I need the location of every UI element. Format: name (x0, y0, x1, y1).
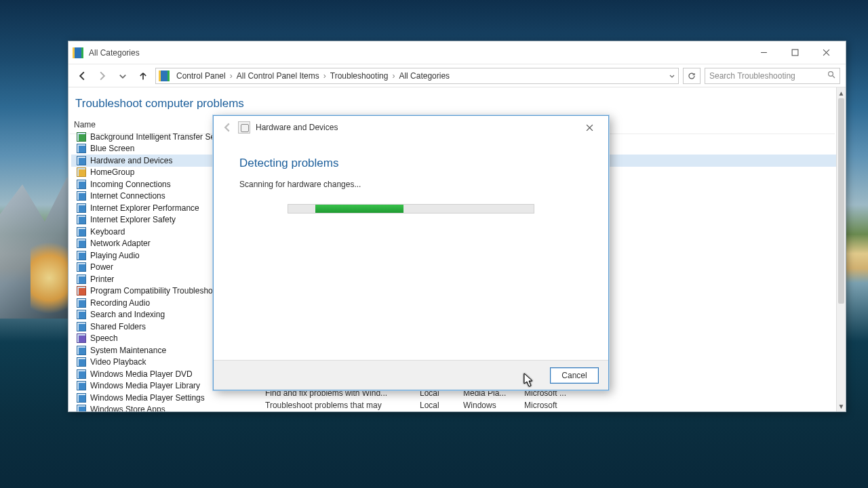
refresh-button[interactable] (683, 68, 701, 84)
list-item-label: Hardware and Devices (90, 156, 172, 165)
details-row: Find and fix problems with Wind... Troub… (265, 388, 573, 410)
control-panel-icon (73, 47, 83, 58)
list-item-label: Network Adapter (90, 239, 151, 248)
nav-forward-button[interactable] (94, 68, 111, 84)
crumb-1[interactable]: All Control Panel Items (234, 71, 322, 81)
list-item-label: Background Intelligent Transfer Se (90, 132, 215, 142)
troubleshooter-icon (77, 191, 86, 201)
troubleshooter-icon (77, 346, 86, 355)
list-item-label: Printer (90, 274, 114, 284)
window-title: All Categories (89, 48, 140, 58)
chevron-down-icon[interactable] (115, 68, 131, 84)
nav-back-button[interactable] (74, 68, 90, 84)
list-item-label: Incoming Connections (90, 180, 171, 189)
detail-desc: Troubleshoot problems that may (265, 401, 408, 410)
progress-bar (288, 204, 534, 214)
troubleshooter-icon (77, 203, 86, 213)
troubleshooter-icon (77, 274, 86, 284)
troubleshooter-icon (77, 180, 86, 189)
minimize-button[interactable] (748, 43, 779, 63)
troubleshooter-icon (77, 393, 86, 403)
troubleshooter-icon (77, 298, 86, 308)
list-item-label: Internet Connections (90, 191, 165, 201)
list-item-label: System Maintenance (90, 346, 166, 355)
scroll-thumb[interactable] (838, 98, 844, 304)
dialog-titlebar[interactable]: Hardware and Devices (214, 116, 608, 139)
troubleshooter-icon (77, 310, 86, 319)
troubleshooter-icon (77, 286, 86, 296)
close-button[interactable] (810, 43, 842, 63)
list-item-label: Speech (90, 333, 118, 343)
troubleshooter-icon (77, 251, 86, 260)
troubleshooter-icon (77, 381, 86, 390)
troubleshooter-icon (77, 357, 86, 367)
crumb-0[interactable]: Control Panel (174, 71, 229, 81)
dialog-footer: Cancel (214, 360, 608, 390)
dialog-heading: Detecting problems (239, 157, 583, 170)
progress-chunk (315, 205, 403, 213)
hardware-icon (238, 121, 250, 134)
nav-toolbar: Control Panel› All Control Panel Items› … (68, 64, 846, 87)
troubleshooter-icon (77, 322, 86, 331)
detail-cat: Windows (463, 401, 512, 410)
list-item-label: Power (90, 262, 113, 272)
svg-point-4 (829, 72, 833, 77)
window-titlebar[interactable]: All Categories (68, 41, 846, 64)
troubleshooter-icon (77, 369, 86, 379)
search-placeholder: Search Troubleshooting (709, 71, 795, 81)
troubleshooter-icon (77, 239, 86, 248)
list-item-label: Shared Folders (90, 322, 146, 331)
list-item-label: Playing Audio (90, 251, 140, 260)
svg-line-5 (833, 76, 835, 78)
crumb-2[interactable]: Troubleshooting (328, 71, 391, 81)
cancel-button[interactable]: Cancel (550, 367, 599, 384)
scroll-up-icon[interactable]: ▲ (837, 87, 846, 98)
list-item-label: Internet Explorer Performance (90, 203, 199, 213)
troubleshooter-icon (77, 215, 86, 224)
list-item-label: Blue Screen (90, 144, 134, 153)
troubleshooter-icon (77, 156, 86, 165)
chevron-down-icon[interactable] (669, 73, 675, 79)
detail-loc: Local (420, 401, 451, 410)
dialog-back-button (219, 119, 235, 136)
scroll-down-icon[interactable]: ▼ (837, 401, 846, 411)
maximize-button[interactable] (779, 43, 810, 63)
search-input[interactable]: Search Troubleshooting (705, 68, 840, 84)
dialog-title: Hardware and Devices (256, 123, 338, 132)
list-item-label: HomeGroup (90, 167, 134, 177)
wallpaper-glow (31, 237, 68, 319)
address-bar[interactable]: Control Panel› All Control Panel Items› … (155, 68, 679, 84)
troubleshooter-icon (77, 405, 86, 411)
address-icon (159, 70, 170, 81)
list-item-label: Recording Audio (90, 298, 150, 308)
crumb-3[interactable]: All Categories (396, 71, 452, 81)
list-item-label: Video Playback (90, 357, 146, 367)
troubleshooter-icon (77, 262, 86, 272)
troubleshooter-icon (77, 333, 86, 343)
list-item-label: Windows Media Player Library (90, 381, 200, 390)
troubleshooter-icon (77, 132, 86, 142)
list-item-label: Windows Media Player DVD (90, 369, 193, 379)
list-item-label: Program Compatibility Troublesho (90, 286, 213, 296)
list-item-label: Windows Store Apps (90, 405, 165, 411)
search-icon (827, 70, 835, 81)
dialog-close-button[interactable] (576, 118, 603, 137)
dialog-message: Scanning for hardware changes... (239, 180, 583, 189)
troubleshooter-dialog: Hardware and Devices Detecting problems … (213, 115, 609, 390)
vertical-scrollbar[interactable]: ▲ ▼ (836, 87, 846, 411)
page-heading: Troubleshoot computer problems (68, 87, 836, 117)
nav-up-button[interactable] (135, 68, 151, 84)
list-item-label: Search and Indexing (90, 310, 165, 319)
troubleshooter-icon (77, 167, 86, 177)
troubleshooter-icon (77, 227, 86, 237)
troubleshooter-icon (77, 144, 86, 153)
list-item-label: Windows Media Player Settings (90, 393, 205, 403)
svg-rect-1 (792, 49, 798, 56)
list-item-label: Keyboard (90, 227, 125, 237)
detail-pub: Microsoft (524, 401, 573, 410)
list-item-label: Internet Explorer Safety (90, 215, 176, 224)
